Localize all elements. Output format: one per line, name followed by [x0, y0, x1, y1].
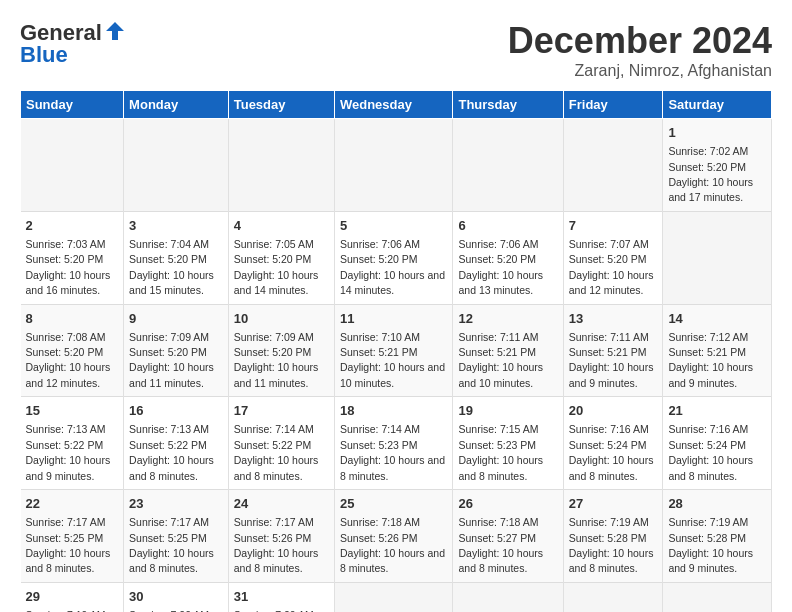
day-info: Sunrise: 7:15 AMSunset: 5:23 PMDaylight:… [458, 423, 543, 481]
day-cell-2: 2Sunrise: 7:03 AMSunset: 5:20 PMDaylight… [21, 211, 124, 304]
day-cell-14: 14Sunrise: 7:12 AMSunset: 5:21 PMDayligh… [663, 304, 772, 397]
day-cell-31: 31Sunrise: 7:20 AMSunset: 5:30 PMDayligh… [228, 582, 334, 612]
calendar-week-6: 29Sunrise: 7:19 AMSunset: 5:29 PMDayligh… [21, 582, 772, 612]
day-info: Sunrise: 7:09 AMSunset: 5:20 PMDaylight:… [129, 331, 214, 389]
day-number: 14 [668, 310, 766, 328]
day-cell-13: 13Sunrise: 7:11 AMSunset: 5:21 PMDayligh… [563, 304, 663, 397]
day-number: 30 [129, 588, 223, 606]
title-block: December 2024 Zaranj, Nimroz, Afghanista… [508, 20, 772, 80]
day-cell-22: 22Sunrise: 7:17 AMSunset: 5:25 PMDayligh… [21, 490, 124, 583]
day-number: 24 [234, 495, 329, 513]
day-cell-19: 19Sunrise: 7:15 AMSunset: 5:23 PMDayligh… [453, 397, 563, 490]
day-number: 31 [234, 588, 329, 606]
day-cell-4: 4Sunrise: 7:05 AMSunset: 5:20 PMDaylight… [228, 211, 334, 304]
day-info: Sunrise: 7:16 AMSunset: 5:24 PMDaylight:… [668, 423, 753, 481]
day-header-sunday: Sunday [21, 91, 124, 119]
day-info: Sunrise: 7:17 AMSunset: 5:25 PMDaylight:… [129, 516, 214, 574]
day-cell-15: 15Sunrise: 7:13 AMSunset: 5:22 PMDayligh… [21, 397, 124, 490]
day-info: Sunrise: 7:05 AMSunset: 5:20 PMDaylight:… [234, 238, 319, 296]
calendar-week-2: 2Sunrise: 7:03 AMSunset: 5:20 PMDaylight… [21, 211, 772, 304]
svg-marker-0 [106, 22, 124, 40]
calendar-week-4: 15Sunrise: 7:13 AMSunset: 5:22 PMDayligh… [21, 397, 772, 490]
day-number: 29 [26, 588, 119, 606]
day-info: Sunrise: 7:18 AMSunset: 5:26 PMDaylight:… [340, 516, 445, 574]
day-number: 25 [340, 495, 448, 513]
empty-cell [663, 582, 772, 612]
day-number: 26 [458, 495, 557, 513]
day-cell-21: 21Sunrise: 7:16 AMSunset: 5:24 PMDayligh… [663, 397, 772, 490]
day-info: Sunrise: 7:04 AMSunset: 5:20 PMDaylight:… [129, 238, 214, 296]
empty-cell [334, 582, 453, 612]
empty-cell [21, 119, 124, 212]
day-info: Sunrise: 7:11 AMSunset: 5:21 PMDaylight:… [458, 331, 543, 389]
day-cell-11: 11Sunrise: 7:10 AMSunset: 5:21 PMDayligh… [334, 304, 453, 397]
empty-cell [453, 582, 563, 612]
day-info: Sunrise: 7:10 AMSunset: 5:21 PMDaylight:… [340, 331, 445, 389]
day-cell-3: 3Sunrise: 7:04 AMSunset: 5:20 PMDaylight… [124, 211, 229, 304]
day-number: 2 [26, 217, 119, 235]
day-cell-27: 27Sunrise: 7:19 AMSunset: 5:28 PMDayligh… [563, 490, 663, 583]
day-cell-24: 24Sunrise: 7:17 AMSunset: 5:26 PMDayligh… [228, 490, 334, 583]
page-header: General Blue December 2024 Zaranj, Nimro… [20, 20, 772, 80]
day-cell-10: 10Sunrise: 7:09 AMSunset: 5:20 PMDayligh… [228, 304, 334, 397]
day-info: Sunrise: 7:14 AMSunset: 5:22 PMDaylight:… [234, 423, 319, 481]
logo-blue: Blue [20, 42, 68, 68]
day-cell-20: 20Sunrise: 7:16 AMSunset: 5:24 PMDayligh… [563, 397, 663, 490]
day-cell-12: 12Sunrise: 7:11 AMSunset: 5:21 PMDayligh… [453, 304, 563, 397]
day-number: 22 [26, 495, 119, 513]
day-info: Sunrise: 7:06 AMSunset: 5:20 PMDaylight:… [458, 238, 543, 296]
day-cell-9: 9Sunrise: 7:09 AMSunset: 5:20 PMDaylight… [124, 304, 229, 397]
day-info: Sunrise: 7:03 AMSunset: 5:20 PMDaylight:… [26, 238, 111, 296]
day-number: 27 [569, 495, 658, 513]
calendar-header-row: SundayMondayTuesdayWednesdayThursdayFrid… [21, 91, 772, 119]
day-info: Sunrise: 7:07 AMSunset: 5:20 PMDaylight:… [569, 238, 654, 296]
empty-cell [228, 119, 334, 212]
day-number: 8 [26, 310, 119, 328]
day-cell-16: 16Sunrise: 7:13 AMSunset: 5:22 PMDayligh… [124, 397, 229, 490]
day-number: 9 [129, 310, 223, 328]
empty-cell [124, 119, 229, 212]
day-header-tuesday: Tuesday [228, 91, 334, 119]
day-number: 6 [458, 217, 557, 235]
calendar-week-5: 22Sunrise: 7:17 AMSunset: 5:25 PMDayligh… [21, 490, 772, 583]
day-number: 12 [458, 310, 557, 328]
day-number: 4 [234, 217, 329, 235]
day-info: Sunrise: 7:09 AMSunset: 5:20 PMDaylight:… [234, 331, 319, 389]
day-cell-7: 7Sunrise: 7:07 AMSunset: 5:20 PMDaylight… [563, 211, 663, 304]
day-number: 19 [458, 402, 557, 420]
day-cell-29: 29Sunrise: 7:19 AMSunset: 5:29 PMDayligh… [21, 582, 124, 612]
day-cell-25: 25Sunrise: 7:18 AMSunset: 5:26 PMDayligh… [334, 490, 453, 583]
location: Zaranj, Nimroz, Afghanistan [508, 62, 772, 80]
empty-cell [663, 211, 772, 304]
day-cell-18: 18Sunrise: 7:14 AMSunset: 5:23 PMDayligh… [334, 397, 453, 490]
day-header-thursday: Thursday [453, 91, 563, 119]
calendar-body: 1Sunrise: 7:02 AMSunset: 5:20 PMDaylight… [21, 119, 772, 613]
day-number: 21 [668, 402, 766, 420]
day-number: 5 [340, 217, 448, 235]
empty-cell [334, 119, 453, 212]
logo: General Blue [20, 20, 126, 68]
day-info: Sunrise: 7:12 AMSunset: 5:21 PMDaylight:… [668, 331, 753, 389]
day-info: Sunrise: 7:14 AMSunset: 5:23 PMDaylight:… [340, 423, 445, 481]
day-cell-28: 28Sunrise: 7:19 AMSunset: 5:28 PMDayligh… [663, 490, 772, 583]
day-number: 13 [569, 310, 658, 328]
day-header-monday: Monday [124, 91, 229, 119]
day-number: 10 [234, 310, 329, 328]
day-info: Sunrise: 7:08 AMSunset: 5:20 PMDaylight:… [26, 331, 111, 389]
day-number: 11 [340, 310, 448, 328]
day-info: Sunrise: 7:11 AMSunset: 5:21 PMDaylight:… [569, 331, 654, 389]
logo-icon [104, 20, 126, 42]
day-info: Sunrise: 7:02 AMSunset: 5:20 PMDaylight:… [668, 145, 753, 203]
day-info: Sunrise: 7:19 AMSunset: 5:28 PMDaylight:… [668, 516, 753, 574]
day-number: 23 [129, 495, 223, 513]
day-cell-5: 5Sunrise: 7:06 AMSunset: 5:20 PMDaylight… [334, 211, 453, 304]
day-number: 16 [129, 402, 223, 420]
day-cell-6: 6Sunrise: 7:06 AMSunset: 5:20 PMDaylight… [453, 211, 563, 304]
day-number: 28 [668, 495, 766, 513]
day-cell-23: 23Sunrise: 7:17 AMSunset: 5:25 PMDayligh… [124, 490, 229, 583]
day-cell-17: 17Sunrise: 7:14 AMSunset: 5:22 PMDayligh… [228, 397, 334, 490]
month-title: December 2024 [508, 20, 772, 62]
day-info: Sunrise: 7:17 AMSunset: 5:26 PMDaylight:… [234, 516, 319, 574]
day-info: Sunrise: 7:13 AMSunset: 5:22 PMDaylight:… [26, 423, 111, 481]
empty-cell [563, 119, 663, 212]
